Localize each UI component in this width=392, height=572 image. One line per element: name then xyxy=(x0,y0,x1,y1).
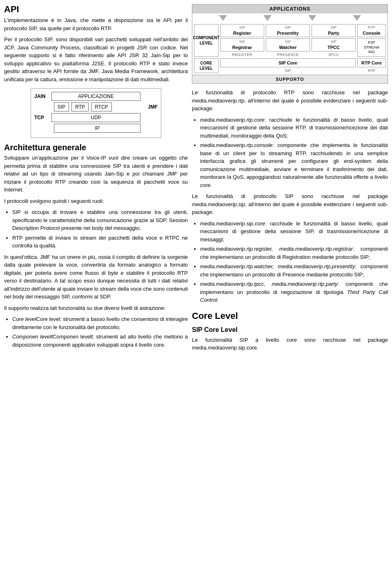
arch-para-4: Il supporto realizza tali funzionalità s… xyxy=(4,304,188,312)
app-top-row: SIP Register SIP Registrar REGISTER xyxy=(220,24,356,57)
rtp-console-bullet: media.mediaoverip.rtp.console: component… xyxy=(200,141,388,189)
jain-sip-box: SIP xyxy=(54,102,69,111)
arch-para-2: I protocolli svolgono quindi i seguenti … xyxy=(4,197,188,205)
3pcc-label: 3PCC xyxy=(312,53,356,57)
sip-register-box: SIP Register xyxy=(220,24,264,37)
ip-box: IP xyxy=(54,124,140,133)
left-column: API L'implementazione è in Java, che met… xyxy=(4,4,188,355)
sip-watcher-box: SIP Watcher xyxy=(266,38,310,51)
applications-diagram: APPLICATIONS COMPONENTLEVEL SIP Register xyxy=(192,4,388,84)
sip-bullet: SIP si occupa di trovare e stabilire una… xyxy=(12,208,188,232)
levels-list: Core levelCore level: strumenti a basso … xyxy=(12,315,188,349)
jain-app-box: APPLICAZIONE xyxy=(51,92,140,101)
jmf-label: JMF xyxy=(143,104,158,110)
sip-core-level-title: SIP Core Level xyxy=(192,326,388,334)
sip-core-bullet: media.mediaoverip.sip.core: racchiude le… xyxy=(200,220,388,244)
arrow-down-1 xyxy=(219,15,227,21)
protocols-list: SIP si occupa di trovare e stabilire una… xyxy=(12,208,188,250)
rtp-core-box: RTP Core xyxy=(357,58,386,67)
arrow-down-4 xyxy=(353,15,361,21)
app-grid: COMPONENTLEVEL SIP Register SIP Registra… xyxy=(192,22,388,58)
jain-label: JAIN xyxy=(34,93,49,99)
sip-presentity-box: SIP Presentity xyxy=(266,24,310,37)
presence-label: PRESENCE xyxy=(266,53,310,57)
arrow-down-2 xyxy=(263,15,272,21)
tcp-label: TCP xyxy=(34,115,49,120)
core-level-row: CORELEVEL SIP Core SIP RTP Core RTP xyxy=(192,58,388,75)
core-rtp-col: RTP Core RTP xyxy=(357,58,386,73)
sip-col-3: SIP Party SIP TPCC 3PCC xyxy=(312,24,356,57)
app-header: APPLICATIONS xyxy=(192,4,388,13)
sip-registrar-box: SIP Registrar xyxy=(220,38,264,51)
api-para-2: Per il protocollo SIP, sono disponibili … xyxy=(4,36,188,83)
arch-title: Architettura generale xyxy=(4,143,188,152)
sip-label: SIP xyxy=(220,69,356,73)
sip-col-1: SIP Register SIP Registrar REGISTER xyxy=(220,24,264,57)
rtp-bullet: RTP permette di inviare lo stream dei pa… xyxy=(12,234,188,250)
sip-bullets: media.mediaoverip.sip.core: racchiude le… xyxy=(200,220,388,304)
sip-party-box: SIP Party xyxy=(312,24,356,37)
arrows-row xyxy=(192,13,388,22)
rtp-bullets: media.mediaoverip.rtp.core: racchiude le… xyxy=(200,116,388,189)
jain-diagram: JAIN APPLICAZIONE SIP RTP RTCP JMF TCP U… xyxy=(31,88,161,138)
sip-core-para: Le funzionalità SIP a livello core sono … xyxy=(192,336,388,352)
api-para-1: L'implementazione è in Java, che mette a… xyxy=(4,16,188,32)
udp-box: UDP xyxy=(51,113,140,122)
supporto-label: SUPPORTO xyxy=(192,75,388,83)
core-level-label: CORELEVEL xyxy=(194,58,218,73)
component-level-label: COMPONENTLEVEL xyxy=(194,24,218,57)
rtp-core-bullet: media.mediaoverip.rtp.core: racchiude le… xyxy=(200,116,388,140)
rtp-para-1: Le funzionalità di protocollo RTP sono r… xyxy=(192,89,388,113)
api-title: API xyxy=(4,4,188,15)
register-label: REGISTER xyxy=(220,53,264,57)
sip-col-2: SIP Presentity SIP Watcher PRESENCE xyxy=(266,24,310,57)
component-level-bullet: Componen leveltComponen levelt: strument… xyxy=(12,333,188,349)
arch-para-3: In quest'ottica, JMF ha un onere in più,… xyxy=(4,253,188,301)
core-level-title: Core Level xyxy=(192,311,388,321)
sip-register-bullet: media.mediaoverip.rtp.register, media.me… xyxy=(200,245,388,261)
jain-rtp-box: RTP xyxy=(71,102,89,111)
core-boxes: SIP Core SIP xyxy=(220,58,356,73)
arrow-down-3 xyxy=(308,15,316,21)
sip-tpcc-box: SIP TPCC xyxy=(312,38,356,51)
app-columns: SIP Register SIP Registrar REGISTER xyxy=(220,24,356,57)
sip-para-1: Le funzionalità di protocollo SIP sono r… xyxy=(192,192,388,216)
jain-rtcp-box: RTCP xyxy=(91,102,111,111)
sip-tpcc-bullet: media.mediaoverip.rtp.tpcc, media.mediao… xyxy=(200,280,388,304)
p2p-box: P2PSTREAMING xyxy=(357,38,386,57)
sip-watcher-bullet: media.mediaoverip.rtp.watcher, media.med… xyxy=(200,263,388,278)
sip-core-box: SIP Core xyxy=(220,58,356,67)
rtp-label: RTP xyxy=(357,69,386,73)
right-column: APPLICATIONS COMPONENTLEVEL SIP Register xyxy=(192,4,388,355)
rtp-col: RTP Console P2PSTREAMING xyxy=(357,24,386,57)
arch-para-1: Sviluppare un'applicazione per il Voice-… xyxy=(4,154,188,194)
core-level-bullet: Core levelCore level: strumenti a basso … xyxy=(12,315,188,331)
rtp-console-box: RTP Console xyxy=(357,24,386,37)
